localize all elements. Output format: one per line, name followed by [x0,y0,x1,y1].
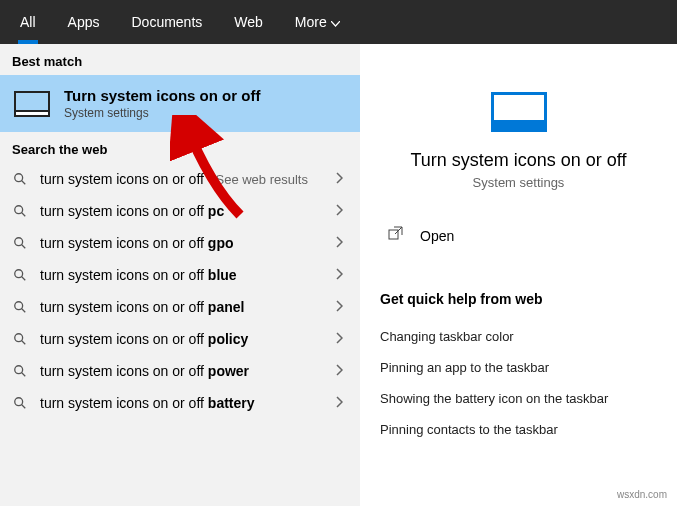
web-result-item[interactable]: turn system icons on or off pc [0,195,360,227]
search-icon [12,235,28,251]
chevron-right-icon [330,395,348,411]
web-results-list: turn system icons on or off - See web re… [0,163,360,506]
search-icon [12,331,28,347]
search-icon [12,203,28,219]
web-result-item[interactable]: turn system icons on or off power [0,355,360,387]
tab-more[interactable]: More [279,0,356,44]
svg-point-10 [15,334,23,342]
results-panel: Best match Turn system icons on or off S… [0,44,360,506]
body: Best match Turn system icons on or off S… [0,44,677,506]
filter-tabs: All Apps Documents Web More [0,0,677,44]
preview-subtitle: System settings [380,175,657,190]
search-web-header: Search the web [0,132,360,163]
open-label: Open [420,228,454,244]
search-icon [12,299,28,315]
best-match-result[interactable]: Turn system icons on or off System setti… [0,75,360,132]
chevron-right-icon [330,331,348,347]
chevron-right-icon [330,363,348,379]
web-result-text: turn system icons on or off battery [40,395,330,411]
best-match-title: Turn system icons on or off [64,87,260,104]
settings-monitor-icon [14,91,50,117]
web-result-item[interactable]: turn system icons on or off battery [0,387,360,419]
svg-point-0 [15,174,23,182]
tab-all[interactable]: All [4,0,52,44]
web-result-text: turn system icons on or off panel [40,299,330,315]
web-result-text: turn system icons on or off - See web re… [40,171,330,187]
best-match-header: Best match [0,44,360,75]
chevron-right-icon [330,267,348,283]
tab-documents[interactable]: Documents [115,0,218,44]
best-match-subtitle: System settings [64,106,260,120]
svg-point-2 [15,206,23,214]
svg-line-3 [22,213,26,217]
watermark: wsxdn.com [617,489,667,500]
svg-point-8 [15,302,23,310]
svg-point-14 [15,398,23,406]
svg-point-6 [15,270,23,278]
search-icon [12,171,28,187]
settings-monitor-icon [491,92,547,132]
quick-help-item[interactable]: Pinning contacts to the taskbar [380,414,657,445]
web-result-item[interactable]: turn system icons on or off gpo [0,227,360,259]
chevron-down-icon [331,14,340,30]
web-result-item[interactable]: turn system icons on or off policy [0,323,360,355]
web-result-item[interactable]: turn system icons on or off blue [0,259,360,291]
chevron-right-icon [330,235,348,251]
open-icon [388,226,404,245]
svg-line-7 [22,277,26,281]
svg-line-13 [22,373,26,377]
svg-line-11 [22,341,26,345]
tab-more-label: More [295,14,327,30]
quick-help-header: Get quick help from web [380,291,657,307]
quick-help-item[interactable]: Showing the battery icon on the taskbar [380,383,657,414]
search-icon [12,395,28,411]
svg-line-15 [22,405,26,409]
svg-rect-16 [389,230,398,239]
search-icon [12,267,28,283]
web-result-text: turn system icons on or off pc [40,203,330,219]
search-flyout: All Apps Documents Web More Best match T… [0,0,677,506]
best-match-text: Turn system icons on or off System setti… [64,87,260,120]
quick-help-item[interactable]: Pinning an app to the taskbar [380,352,657,383]
web-result-item[interactable]: turn system icons on or off panel [0,291,360,323]
tab-web[interactable]: Web [218,0,279,44]
quick-help-list: Changing taskbar colorPinning an app to … [380,321,657,445]
tab-apps[interactable]: Apps [52,0,116,44]
chevron-right-icon [330,299,348,315]
preview-panel: Turn system icons on or off System setti… [360,44,677,506]
svg-line-9 [22,309,26,313]
quick-help-item[interactable]: Changing taskbar color [380,321,657,352]
chevron-right-icon [330,203,348,219]
web-result-text: turn system icons on or off policy [40,331,330,347]
svg-line-1 [22,181,26,185]
preview-title: Turn system icons on or off [380,150,657,171]
svg-point-12 [15,366,23,374]
search-icon [12,363,28,379]
svg-point-4 [15,238,23,246]
web-result-text: turn system icons on or off power [40,363,330,379]
web-result-text: turn system icons on or off blue [40,267,330,283]
chevron-right-icon [330,171,348,187]
web-result-text: turn system icons on or off gpo [40,235,330,251]
web-result-item[interactable]: turn system icons on or off - See web re… [0,163,360,195]
svg-line-5 [22,245,26,249]
open-action[interactable]: Open [380,220,657,251]
